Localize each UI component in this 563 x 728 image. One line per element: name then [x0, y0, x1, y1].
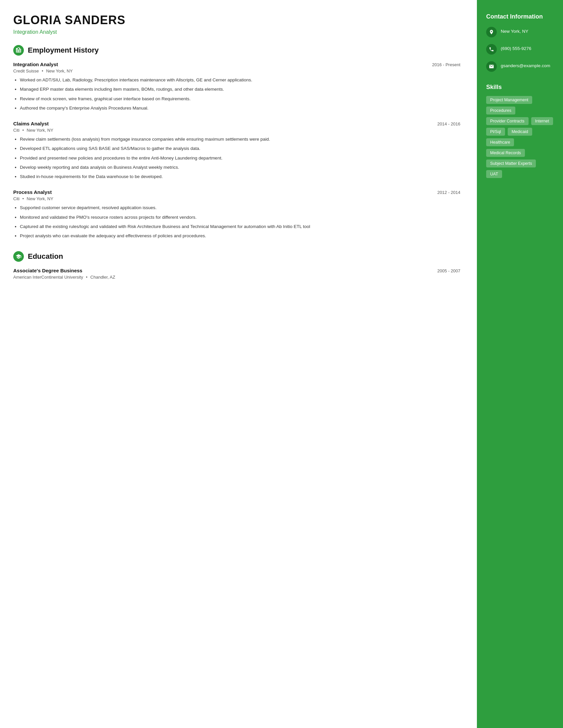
skill-tag-0: Project Management	[486, 96, 532, 104]
resume-header: GLORIA SANDERS Integration Analyst	[13, 13, 460, 35]
bullet-item: Authored the company's Enterprise Analys…	[20, 105, 460, 112]
bullet-item: Review claim settlements (loss analysis)…	[20, 136, 460, 143]
employment-icon	[13, 45, 24, 56]
location-text: New York, NY	[501, 27, 528, 35]
bullet-item: Develop weekly reporting and data analys…	[20, 164, 460, 171]
education-section: Education Associate's Degree Business 20…	[13, 251, 460, 280]
bullet-item: Managed ERP master data elements includi…	[20, 86, 460, 93]
skill-tag-3: Internet	[531, 117, 553, 125]
main-content: GLORIA SANDERS Integration Analyst Emplo…	[0, 0, 477, 728]
education-icon	[13, 251, 24, 262]
job-date-2: 2012 - 2014	[438, 190, 460, 195]
edu-date-0: 2005 - 2007	[438, 268, 460, 273]
bullet-item: Worked on ADT/SIU, Lab, Radiology, Presc…	[20, 77, 460, 83]
employment-title: Employment History	[28, 46, 99, 55]
job-bullets-1: Review claim settlements (loss analysis)…	[13, 136, 460, 180]
email-icon	[486, 61, 497, 72]
skill-tag-4: Pl/Sql	[486, 128, 505, 136]
sidebar: Contact Information New York, NY (690) 5…	[477, 0, 563, 728]
education-entry-0: Associate's Degree Business 2005 - 2007 …	[13, 268, 460, 280]
location-icon	[486, 27, 497, 37]
employment-section-header: Employment History	[13, 45, 460, 56]
degree-name-0: Associate's Degree Business	[13, 268, 82, 273]
job-entry-2: Process Analyst 2012 - 2014 Citi • New Y…	[13, 189, 460, 239]
job-bullets-2: Supported customer service department, r…	[13, 205, 460, 239]
candidate-name: GLORIA SANDERS	[13, 13, 460, 27]
bullet-item: Developed ETL applications using SAS BAS…	[20, 145, 460, 152]
job-title-2: Process Analyst	[13, 189, 52, 195]
bullet-item: Review of mock screen, wire frames, grap…	[20, 96, 460, 102]
job-header-2: Process Analyst 2012 - 2014	[13, 189, 460, 195]
phone-icon	[486, 44, 497, 55]
bullet-item: Studied in-house requirements for the Da…	[20, 173, 460, 180]
skills-container: Project Management Procedures Provider C…	[486, 96, 554, 178]
skill-tag-5: Medicaid	[508, 128, 532, 136]
job-entry-0: Integration Analyst 2016 - Present Credi…	[13, 62, 460, 112]
job-date-0: 2016 - Present	[432, 62, 460, 67]
education-section-header: Education	[13, 251, 460, 262]
employment-section: Employment History Integration Analyst 2…	[13, 45, 460, 239]
job-header-0: Integration Analyst 2016 - Present	[13, 62, 460, 67]
job-company-0: Credit Suisse • New York, NY	[13, 68, 460, 73]
bullet-item: Monitored and validated the PMO's resour…	[20, 214, 460, 221]
edu-institution-0: American InterContinental University • C…	[13, 275, 460, 280]
job-header-1: Claims Analyst 2014 - 2016	[13, 121, 460, 126]
job-date-1: 2014 - 2016	[438, 121, 460, 126]
skill-tag-7: Medical Records	[486, 149, 525, 157]
skill-tag-8: Subject Matter Experts	[486, 159, 536, 167]
bullet-item: Provided and presented new policies and …	[20, 155, 460, 161]
skills-section: Skills Project Management Procedures Pro…	[486, 84, 554, 178]
contact-location: New York, NY	[486, 27, 554, 37]
contact-email: gsanders@example.com	[486, 61, 554, 72]
phone-text: (690) 555-9276	[501, 44, 531, 52]
bullet-item: Captured all the existing rules/logic an…	[20, 223, 460, 230]
job-title-1: Claims Analyst	[13, 121, 49, 126]
contact-section-title: Contact Information	[486, 13, 554, 20]
job-title-0: Integration Analyst	[13, 62, 58, 67]
contact-phone: (690) 555-9276	[486, 44, 554, 55]
skill-tag-9: UAT	[486, 170, 502, 178]
skill-tag-2: Provider Contracts	[486, 117, 529, 125]
education-title: Education	[28, 252, 63, 261]
job-company-2: Citi • New York, NY	[13, 196, 460, 201]
skills-section-title: Skills	[486, 84, 554, 91]
email-text: gsanders@example.com	[501, 61, 550, 69]
edu-header-0: Associate's Degree Business 2005 - 2007	[13, 268, 460, 273]
candidate-title: Integration Analyst	[13, 29, 460, 35]
job-bullets-0: Worked on ADT/SIU, Lab, Radiology, Presc…	[13, 77, 460, 112]
job-entry-1: Claims Analyst 2014 - 2016 Citi • New Yo…	[13, 121, 460, 180]
skill-tag-6: Healthcare	[486, 138, 514, 146]
job-company-1: Citi • New York, NY	[13, 128, 460, 133]
bullet-item: Project analysts who can evaluate the ad…	[20, 233, 460, 239]
skill-tag-1: Procedures	[486, 107, 515, 114]
bullet-item: Supported customer service department, r…	[20, 205, 460, 211]
